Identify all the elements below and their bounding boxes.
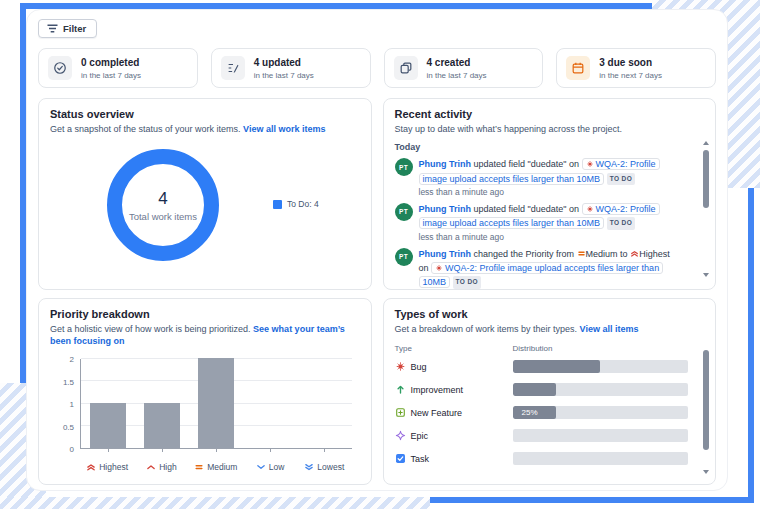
- distribution-track: [513, 429, 689, 442]
- avatar: PT: [395, 248, 413, 266]
- stat-title: 3 due soon: [599, 57, 662, 69]
- table-row: Improvement: [395, 383, 705, 396]
- filter-button[interactable]: Filter: [38, 19, 97, 38]
- distribution-bar[interactable]: [513, 360, 601, 373]
- dashboard-card: Filter 0 completed in the last 7 days 4 …: [26, 9, 728, 491]
- donut-total-label: Total work items: [129, 211, 197, 222]
- y-tick: 1.5: [50, 378, 74, 387]
- priority-high-icon: [146, 462, 156, 472]
- panel-title: Priority breakdown: [50, 308, 360, 320]
- priority-lowest-icon: [304, 462, 314, 472]
- new-feature-icon: [395, 407, 406, 418]
- bar-high[interactable]: [144, 403, 180, 448]
- view-all-work-items-link[interactable]: View all work items: [243, 124, 325, 134]
- panel-subtitle: Stay up to date with what’s happening ac…: [395, 123, 705, 135]
- table-row: Task: [395, 452, 705, 465]
- type-label: Bug: [411, 362, 427, 372]
- activity-group-label: Today: [395, 142, 705, 152]
- recent-activity-panel: Recent activity Stay up to date with wha…: [383, 98, 717, 290]
- filter-icon: [47, 24, 58, 33]
- distribution-bar[interactable]: [513, 383, 557, 396]
- scrollbar[interactable]: [701, 343, 710, 474]
- stat-title: 0 completed: [81, 57, 141, 69]
- x-label: Low: [269, 462, 285, 472]
- status-overview-panel: Status overview Get a snapshot of the st…: [38, 98, 372, 290]
- toolbar: Filter: [27, 10, 727, 48]
- check-circle-icon: [48, 56, 72, 80]
- bug-icon: [586, 160, 594, 168]
- stats-row: 0 completed in the last 7 days 4 updated…: [38, 48, 716, 88]
- stat-card-due-soon: 3 due soon in the next 7 days: [556, 48, 716, 88]
- donut-total-value: 4: [158, 189, 167, 209]
- bug-icon: [395, 361, 406, 372]
- type-label: Improvement: [411, 385, 464, 395]
- table-row: Epic: [395, 429, 705, 442]
- legend-label-todo: To Do: 4: [287, 199, 319, 209]
- user-link[interactable]: Phung Trinh: [419, 159, 472, 169]
- x-label: High: [159, 462, 176, 472]
- scroll-down-icon[interactable]: [703, 470, 709, 474]
- priority-from-label: Medium: [586, 249, 618, 259]
- distribution-bar[interactable]: 25%: [513, 406, 557, 419]
- x-label: Highest: [99, 462, 128, 472]
- x-label: Medium: [207, 462, 237, 472]
- improvement-icon: [395, 384, 406, 395]
- panel-subtitle: Get a breakdown of work items by their t…: [395, 324, 578, 334]
- calendar-icon: [566, 56, 590, 80]
- view-all-items-link[interactable]: View all items: [580, 324, 639, 334]
- panel-title: Status overview: [50, 108, 360, 120]
- stat-subtitle: in the last 7 days: [427, 71, 487, 80]
- donut-legend: To Do: 4: [273, 199, 319, 209]
- stat-subtitle: in the last 7 days: [81, 71, 141, 80]
- user-link[interactable]: Phung Trinh: [419, 204, 472, 214]
- stat-card-updated: 4 updated in the last 7 days: [211, 48, 371, 88]
- connector-word: to: [620, 249, 628, 259]
- status-badge: TO DO: [607, 217, 635, 229]
- stat-card-created: 4 created in the last 7 days: [384, 48, 544, 88]
- priority-medium-icon: [577, 249, 586, 258]
- activity-item: PT Phung Trinh updated field "duedate" o…: [395, 157, 705, 197]
- panel-subtitle: Get a snapshot of the status of your wor…: [50, 124, 241, 134]
- column-type: Type: [395, 344, 513, 353]
- user-link[interactable]: Phung Trinh: [419, 249, 472, 259]
- scrollbar-thumb[interactable]: [703, 350, 709, 450]
- type-label: New Feature: [411, 408, 463, 418]
- scrollbar[interactable]: [701, 141, 710, 277]
- edit-icon: [221, 56, 245, 80]
- activity-action: updated field "duedate" on: [474, 159, 579, 169]
- created-pages-icon: [394, 56, 418, 80]
- priority-from-token: Medium: [577, 249, 618, 259]
- avatar: PT: [395, 158, 413, 176]
- type-label: Epic: [411, 431, 429, 441]
- status-donut-chart[interactable]: 4 Total work items: [107, 149, 219, 261]
- x-label: Lowest: [317, 462, 344, 472]
- priority-highest-icon: [86, 462, 96, 472]
- activity-action: updated field "duedate" on: [474, 204, 579, 214]
- panel-title: Recent activity: [395, 108, 705, 120]
- plot-area: [80, 359, 352, 449]
- legend-swatch-todo: [273, 200, 282, 209]
- filter-button-label: Filter: [63, 23, 86, 34]
- priority-highest-icon: [630, 249, 639, 258]
- status-badge: TO DO: [607, 173, 635, 185]
- bar-medium[interactable]: [198, 358, 234, 448]
- activity-item: PT Phung Trinh changed the Priority from…: [395, 247, 705, 290]
- priority-to-token: Highest: [630, 249, 670, 259]
- distribution-track: [513, 452, 689, 465]
- activity-timestamp: less than a minute ago: [419, 232, 681, 242]
- stat-card-completed: 0 completed in the last 7 days: [38, 48, 198, 88]
- scrollbar-thumb[interactable]: [703, 150, 709, 208]
- bar-highest[interactable]: [90, 403, 126, 448]
- bug-icon: [435, 264, 443, 272]
- task-icon: [395, 453, 406, 464]
- y-tick: 0.5: [50, 423, 74, 432]
- priority-low-icon: [256, 462, 266, 472]
- distribution-track: 25%: [513, 406, 689, 419]
- epic-icon: [395, 430, 406, 441]
- activity-item: PT Phung Trinh updated field "duedate" o…: [395, 202, 705, 242]
- scroll-up-icon[interactable]: [703, 141, 709, 145]
- y-tick: 0: [50, 445, 74, 454]
- avatar: PT: [395, 203, 413, 221]
- scroll-down-icon[interactable]: [703, 273, 709, 277]
- activity-timestamp: less than a minute ago: [419, 187, 681, 197]
